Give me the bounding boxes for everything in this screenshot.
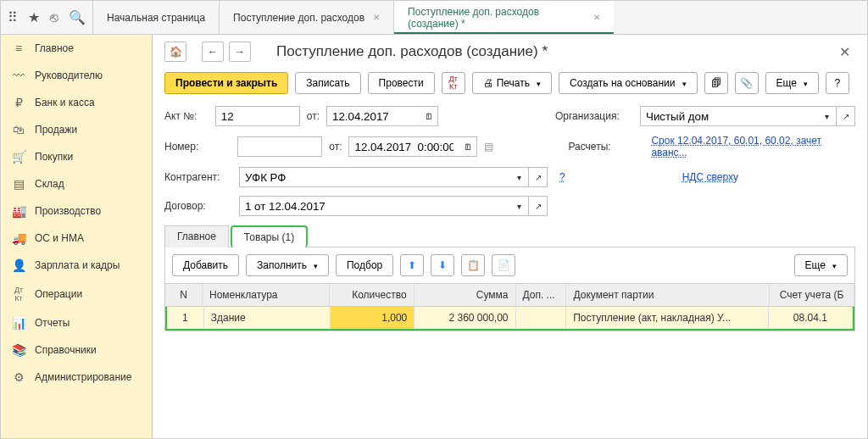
save-button[interactable]: Записать [295,72,360,94]
sidebar-item-catalogs[interactable]: 📚Справочники [1,336,152,364]
sidebar-item-main[interactable]: ≡Главное [1,35,152,62]
dk-button[interactable]: ДтКт [442,72,465,94]
dogovor-label: Договор: [164,200,232,212]
dogovor-input[interactable] [239,196,510,216]
col-qty[interactable]: Количество [330,284,415,306]
ot-label: от: [329,141,342,153]
row-kontr: Контрагент: ▾ ↗ ? НДС сверху [164,167,855,187]
cell-n: 1 [167,307,204,329]
sidebar-item-warehouse[interactable]: ▤Склад [1,170,152,197]
cell-dop [516,307,567,329]
search-icon[interactable]: 🔍 [69,9,86,25]
apps-icon[interactable]: ⠿ [8,9,18,25]
kontr-input[interactable] [239,167,510,187]
cell-nom: Здание [204,307,331,329]
post-button[interactable]: Провести [368,72,435,94]
cell-sum: 2 360 000,00 [415,307,515,329]
col-dop[interactable]: Доп. ... [516,284,567,306]
add-button[interactable]: Добавить [172,254,239,276]
table-row[interactable]: 1 Здание 1,000 2 360 000,00 Поступление … [165,307,854,331]
col-sum[interactable]: Сумма [415,284,516,306]
tab-doc-create[interactable]: Поступление доп. расходов (создание) * ✕ [393,1,614,34]
sidebar: ≡Главное 〰Руководителю ₽Банк и касса 🛍Пр… [1,35,153,438]
forward-button[interactable]: → [229,42,251,62]
page-header: 🏠 ← → Поступление доп. расходов (создани… [164,42,855,62]
sidebar-item-sales[interactable]: 🛍Продажи [1,116,152,143]
open-icon[interactable]: ↗ [529,196,548,216]
sidebar-item-purchases[interactable]: 🛒Покупки [1,143,152,170]
rasch-link[interactable]: Срок 12.04.2017, 60.01, 60.02, зачет ава… [651,135,855,158]
top-icon-group: ⠿ ★ ⎋ 🔍 [1,1,92,34]
copy-button[interactable]: 📋 [461,254,485,276]
sidebar-item-label: Отчеты [35,317,70,329]
select-button[interactable]: Подбор [336,254,393,276]
nomer-date-input[interactable] [348,136,459,157]
up-button[interactable]: ⬆ [400,254,424,276]
nomer-input[interactable] [237,136,322,157]
sidebar-item-label: Покупки [35,151,73,163]
calendar-icon[interactable]: 🗓 [420,106,438,126]
org-input[interactable] [640,106,818,126]
ruble-icon: ₽ [11,96,26,109]
akt-date-input[interactable] [326,106,420,126]
create-based-button[interactable]: Создать на основании [559,72,698,94]
sidebar-item-reports[interactable]: 📊Отчеты [1,309,152,336]
help-link[interactable]: ? [559,171,565,183]
more-label: Еще [776,77,797,89]
calendar-icon[interactable]: 🗓 [459,136,477,157]
create-based-label: Создать на основании [570,77,676,89]
sidebar-item-operations[interactable]: ДтКтОперации [1,279,152,309]
subtab-goods[interactable]: Товары (1) [231,225,308,247]
sidebar-item-label: Зарплата и кадры [35,259,120,271]
dropdown-icon[interactable]: ▾ [510,196,529,216]
sidebar-item-label: Администрирование [35,371,131,383]
col-acct[interactable]: Счет учета (Б [770,284,854,306]
nds-link[interactable]: НДС сверху [682,171,738,183]
report-button[interactable]: 🗐 [704,72,728,94]
post-close-button[interactable]: Провести и закрыть [164,72,288,94]
more-button[interactable]: Еще [765,72,819,94]
sidebar-item-label: Главное [35,42,74,54]
bag-icon: 🛍 [11,123,26,136]
pin-icon[interactable]: ⎋ [50,10,58,25]
goods-more-button[interactable]: Еще [794,254,848,276]
page-icon[interactable]: ▤ [484,141,493,153]
sidebar-item-bank[interactable]: ₽Банк и касса [1,89,152,116]
attach-button[interactable]: 📎 [735,72,759,94]
sidebar-item-admin[interactable]: ⚙Администрирование [1,364,152,391]
subtab-main[interactable]: Главное [164,225,229,247]
sidebar-item-assets[interactable]: 🚚ОС и НМА [1,225,152,252]
akt-input[interactable] [215,106,300,126]
sidebar-item-manager[interactable]: 〰Руководителю [1,62,152,89]
fill-label: Заполнить [257,259,307,271]
fill-button[interactable]: Заполнить [246,254,329,276]
sidebar-item-salary[interactable]: 👤Зарплата и кадры [1,252,152,279]
row-dogovor: Договор: ▾ ↗ [164,196,855,216]
tab-doc-list[interactable]: Поступление доп. расходов ✕ [219,1,393,34]
col-n[interactable]: N [165,284,203,306]
col-nom[interactable]: Номенклатура [203,284,330,306]
goods-grid: N Номенклатура Количество Сумма Доп. ...… [164,283,855,331]
help-button[interactable]: ? [826,72,849,94]
dropdown-icon[interactable]: ▾ [510,167,529,187]
sidebar-item-production[interactable]: 🏭Производство [1,197,152,225]
paste-button[interactable]: 📄 [492,254,515,276]
open-icon[interactable]: ↗ [837,106,855,126]
tab-label: Поступление доп. расходов [233,12,364,24]
sidebar-item-label: Банк и касса [35,97,95,108]
home-button[interactable]: 🏠 [164,42,186,62]
dropdown-icon[interactable]: ▾ [818,106,837,126]
print-button[interactable]: 🖨 Печать [472,72,552,94]
down-button[interactable]: ⬇ [431,254,454,276]
row-nomer: Номер: от: 🗓 ▤ Расчеты: Срок 12.04.2017,… [164,135,855,158]
cell-qty[interactable]: 1,000 [331,307,415,329]
back-button[interactable]: ← [202,42,224,62]
close-page-icon[interactable]: ✕ [834,44,855,60]
col-doc[interactable]: Документ партии [566,284,770,306]
open-icon[interactable]: ↗ [529,167,548,187]
star-icon[interactable]: ★ [28,9,40,25]
close-icon[interactable]: ✕ [593,13,600,22]
tab-home[interactable]: Начальная страница [92,1,219,34]
books-icon: 📚 [11,343,26,357]
close-icon[interactable]: ✕ [373,13,380,22]
